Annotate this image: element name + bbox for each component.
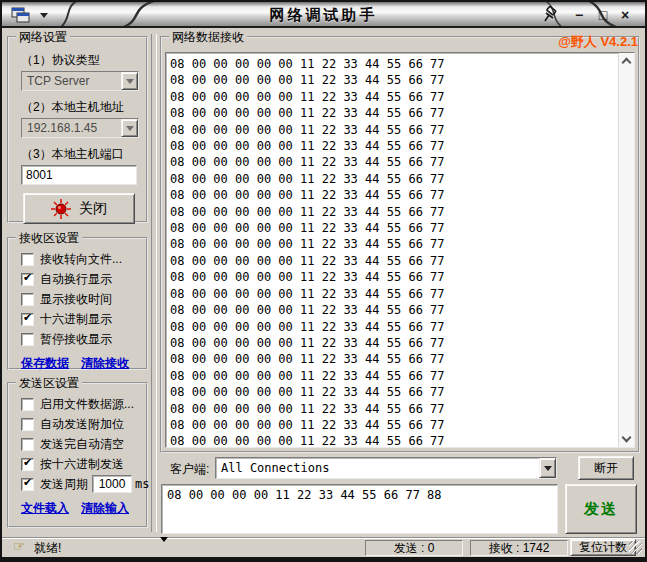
- hex-line: 08 00 00 00 00 00 11 22 33 44 55 66 77: [170, 384, 630, 400]
- hex-line: 08 00 00 00 00 00 11 22 33 44 55 66 77: [170, 154, 630, 170]
- send-button[interactable]: 发送: [565, 484, 637, 534]
- hex-line: 08 00 00 00 00 00 11 22 33 44 55 66 77: [170, 302, 630, 318]
- checkbox-clear-after-send[interactable]: 发送完自动清空: [21, 434, 146, 454]
- checkbox-icon: [21, 418, 34, 431]
- receive-settings-title: 接收区设置: [16, 230, 82, 247]
- send-input[interactable]: 08 00 00 00 00 11 22 33 44 55 66 77 88: [161, 484, 558, 534]
- hex-line: 08 00 00 00 00 00 11 22 33 44 55 66 77: [170, 417, 630, 433]
- checkbox-label: 显示接收时间: [40, 291, 112, 308]
- hex-line: 08 00 00 00 00 00 11 22 33 44 55 66 77: [170, 72, 630, 88]
- checkbox-label: 十六进制显示: [40, 311, 112, 328]
- protocol-label: （1）协议类型: [21, 52, 146, 69]
- pointing-finger-icon: ☞: [13, 538, 26, 554]
- checkbox-icon: [21, 438, 34, 451]
- hex-line: 08 00 00 00 00 00 11 22 33 44 55 66 77: [170, 433, 630, 448]
- pin-icon[interactable]: [541, 6, 559, 24]
- hex-line: 08 00 00 00 00 00 11 22 33 44 55 66 77: [170, 401, 630, 417]
- load-file-link[interactable]: 文件载入: [21, 501, 69, 515]
- checkbox-icon: [21, 458, 34, 471]
- client-select[interactable]: All Connections: [215, 457, 557, 479]
- hex-line: 08 00 00 00 00 00 11 22 33 44 55 66 77: [170, 171, 630, 187]
- checkbox-show-time[interactable]: 显示接收时间: [21, 289, 146, 309]
- checkbox-icon: [21, 253, 34, 266]
- protocol-select[interactable]: TCP Server: [21, 71, 139, 91]
- panel-splitter[interactable]: [151, 34, 157, 532]
- checkbox-hex-display[interactable]: 十六进制显示: [21, 309, 146, 329]
- receive-data-area[interactable]: 08 00 00 00 00 00 11 22 33 44 55 66 7708…: [165, 52, 635, 448]
- checkbox-icon: [21, 478, 34, 491]
- checkbox-label: 发送周期: [40, 476, 88, 493]
- network-settings-group: 网络设置 （1）协议类型 TCP Server （2）本地主机地址 192.16…: [7, 36, 148, 223]
- checkbox-pause-receive[interactable]: 暂停接收显示: [21, 329, 146, 349]
- titlebar: 网络调试助手 − □ ×: [2, 2, 645, 28]
- hex-line: 08 00 00 00 00 00 11 22 33 44 55 66 77: [170, 105, 630, 121]
- window-bottom-frame: [0, 557, 647, 562]
- chevron-down-icon: [544, 466, 552, 471]
- send-history-arrow-icon[interactable]: [160, 537, 168, 542]
- clear-receive-link[interactable]: 清除接收: [81, 356, 129, 370]
- save-data-link[interactable]: 保存数据: [21, 356, 69, 370]
- checkbox-file-data-source[interactable]: 启用文件数据源...: [21, 394, 146, 414]
- hex-line: 08 00 00 00 00 00 11 22 33 44 55 66 77: [170, 138, 630, 154]
- reset-count-button[interactable]: 复位计数: [570, 539, 636, 556]
- hex-line: 08 00 00 00 00 00 11 22 33 44 55 66 77: [170, 204, 630, 220]
- protocol-dropdown-button[interactable]: [121, 72, 138, 90]
- port-input[interactable]: [21, 165, 137, 185]
- checkbox-auto-append[interactable]: 自动发送附加位: [21, 414, 146, 434]
- disconnect-label: 断开: [594, 460, 618, 477]
- hex-line: 08 00 00 00 00 00 11 22 33 44 55 66 77: [170, 122, 630, 138]
- checkbox-send-as-hex[interactable]: 按十六进制发送: [21, 454, 146, 474]
- received-counter: 接收 : 1742: [470, 540, 568, 556]
- minimize-button[interactable]: −: [569, 5, 589, 25]
- hex-line: 08 00 00 00 00 00 11 22 33 44 55 66 77: [170, 253, 630, 269]
- client-dropdown-button[interactable]: [539, 458, 556, 478]
- host-select[interactable]: 192.168.1.45: [21, 118, 139, 138]
- port-label: （3）本地主机端口: [21, 146, 146, 163]
- hex-line: 08 00 00 00 00 00 11 22 33 44 55 66 77: [170, 220, 630, 236]
- send-button-label: 发送: [584, 500, 618, 519]
- checkbox-label: 发送完自动清空: [40, 436, 124, 453]
- receive-data-title: 网络数据接收: [169, 29, 247, 46]
- checkbox-label: 接收转向文件...: [40, 251, 122, 268]
- app-window: 网络调试助手 − □ × 网络设置 （1）协议类型 TCP Server （2）…: [0, 0, 647, 562]
- close-window-button[interactable]: ×: [615, 5, 635, 25]
- checkbox-icon: [21, 333, 34, 346]
- clear-input-link[interactable]: 清除输入: [81, 501, 129, 515]
- checkbox-label: 自动发送附加位: [40, 416, 124, 433]
- hex-line: 08 00 00 00 00 00 11 22 33 44 55 66 77: [170, 236, 630, 252]
- checkbox-send-period[interactable]: 发送周期 ms: [21, 474, 146, 494]
- checkbox-label: 自动换行显示: [40, 271, 112, 288]
- period-unit-label: ms: [135, 477, 149, 491]
- protocol-value: TCP Server: [22, 72, 121, 90]
- checkbox-icon: [21, 293, 34, 306]
- close-connection-button[interactable]: 关闭: [23, 193, 135, 224]
- checkbox-icon: [21, 273, 34, 286]
- vertical-scrollbar[interactable]: [618, 53, 634, 447]
- red-led-icon: [51, 199, 71, 219]
- status-ready-text: 就绪!: [34, 540, 61, 557]
- client-label: 客户端:: [170, 461, 209, 478]
- maximize-button[interactable]: □: [593, 5, 613, 25]
- close-connection-label: 关闭: [79, 200, 107, 218]
- scroll-up-icon[interactable]: [622, 58, 632, 68]
- sent-counter: 发送 : 0: [365, 540, 463, 556]
- resize-grip[interactable]: [629, 541, 642, 554]
- receive-settings-group: 接收区设置 接收转向文件... 自动换行显示 显示接收时间 十六进制显示 暂停接…: [7, 237, 148, 370]
- client-selected-value: All Connections: [216, 458, 539, 478]
- hex-line: 08 00 00 00 00 00 11 22 33 44 55 66 77: [170, 319, 630, 335]
- status-bar: ☞ 就绪! 发送 : 0 接收 : 1742 复位计数: [2, 537, 645, 556]
- host-dropdown-button[interactable]: [121, 119, 138, 137]
- checkbox-icon: [21, 398, 34, 411]
- hex-line: 08 00 00 00 00 00 11 22 33 44 55 66 77: [170, 56, 630, 72]
- checkbox-auto-wrap[interactable]: 自动换行显示: [21, 269, 146, 289]
- network-settings-title: 网络设置: [16, 29, 70, 46]
- checkbox-save-to-file[interactable]: 接收转向文件...: [21, 249, 146, 269]
- hex-line: 08 00 00 00 00 00 11 22 33 44 55 66 77: [170, 187, 630, 203]
- scroll-down-icon[interactable]: [622, 433, 632, 443]
- disconnect-button[interactable]: 断开: [578, 456, 634, 480]
- send-settings-title: 发送区设置: [16, 375, 82, 392]
- hex-line: 08 00 00 00 00 00 11 22 33 44 55 66 77: [170, 335, 630, 351]
- checkbox-icon: [21, 313, 34, 326]
- chevron-down-icon: [126, 79, 134, 84]
- send-period-input[interactable]: [92, 475, 132, 493]
